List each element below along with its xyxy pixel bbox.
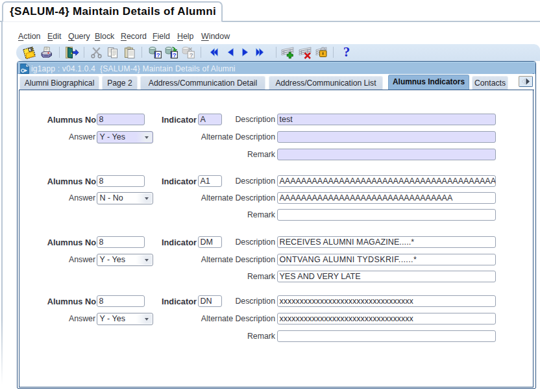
svg-text:?: ? <box>156 52 160 58</box>
svg-text:?: ? <box>343 45 350 59</box>
svg-text:?: ? <box>190 52 193 58</box>
svg-text:?: ? <box>173 52 177 58</box>
